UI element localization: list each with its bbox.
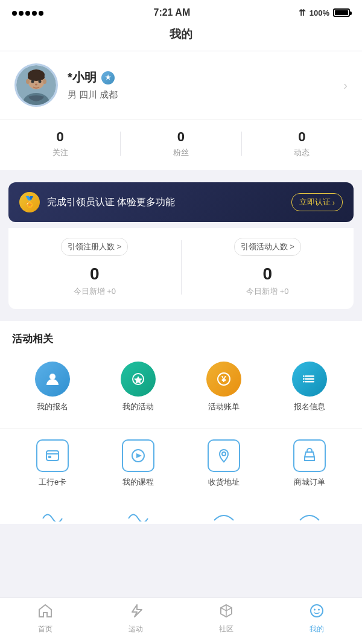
card-register-header[interactable]: 引领注册人数 > bbox=[61, 238, 128, 256]
svg-marker-25 bbox=[136, 453, 142, 458]
svg-point-4 bbox=[28, 74, 45, 81]
tab-home[interactable]: 首页 bbox=[0, 603, 91, 634]
cards-section: 引领注册人数 > 0 今日新增 +0 引领活动人数 > 0 今日新增 +0 bbox=[8, 228, 354, 309]
wave-icon-1 bbox=[42, 509, 63, 521]
profile-meta: 男 四川 成都 bbox=[68, 89, 343, 101]
status-time: 7:21 AM bbox=[153, 7, 190, 18]
status-bar: 7:21 AM ⇈ 100% bbox=[0, 0, 362, 22]
tab-bar-spacer bbox=[0, 524, 362, 572]
myactivity-label: 我的活动 bbox=[122, 401, 154, 412]
stats-row: 0 关注 0 粉丝 0 动态 bbox=[0, 119, 362, 170]
banner-text: 完成引领员认证 体验更多功能 bbox=[47, 196, 175, 209]
wave-item-1 bbox=[12, 509, 93, 521]
tab-bar: 首页 运动 社区 我的 bbox=[0, 598, 362, 644]
home-icon bbox=[37, 603, 53, 622]
ecard-label: 工行e卡 bbox=[39, 477, 66, 488]
bill-icon: ¥ bbox=[206, 362, 241, 397]
svg-point-29 bbox=[318, 609, 320, 611]
status-right: ⇈ 100% bbox=[299, 8, 350, 18]
page-title: 我的 bbox=[0, 22, 362, 51]
item-course[interactable]: 我的课程 bbox=[98, 435, 179, 493]
svg-rect-18 bbox=[303, 375, 305, 377]
svg-rect-16 bbox=[305, 378, 314, 380]
svg-point-27 bbox=[311, 605, 323, 617]
banner-left: 🏅 完成引领员认证 体验更多功能 bbox=[19, 192, 175, 212]
svg-text:¥: ¥ bbox=[221, 374, 226, 384]
svg-point-5 bbox=[26, 79, 30, 84]
card-activity-header[interactable]: 引领活动人数 > bbox=[234, 238, 301, 256]
svg-rect-19 bbox=[303, 378, 305, 380]
activity-item-bill[interactable]: ¥ 活动账单 bbox=[183, 357, 264, 417]
card-register-sub: 今日新增 +0 bbox=[18, 286, 171, 297]
verified-badge: ★ bbox=[101, 71, 115, 84]
smiley-icon bbox=[309, 603, 325, 622]
svg-rect-23 bbox=[48, 456, 51, 458]
ecard-icon bbox=[36, 439, 69, 472]
second-icon-grid: 工行e卡 我的课程 收货地址 bbox=[12, 435, 350, 497]
certification-banner[interactable]: 🏅 完成引领员认证 体验更多功能 立即认证 › bbox=[8, 182, 354, 222]
stat-dynamics[interactable]: 0 动态 bbox=[242, 129, 362, 158]
wave-item-2 bbox=[98, 509, 179, 521]
activity-item-info[interactable]: 报名信息 bbox=[269, 357, 350, 417]
activity-icon-grid: 我的报名 我的活动 ¥ 活动账单 bbox=[12, 357, 350, 422]
shop-label: 商城订单 bbox=[294, 477, 325, 488]
svg-point-28 bbox=[314, 609, 316, 611]
profile-arrow-icon[interactable]: › bbox=[343, 78, 348, 92]
svg-rect-15 bbox=[305, 375, 314, 377]
wifi-icon: ⇈ bbox=[299, 8, 306, 18]
tab-mine[interactable]: 我的 bbox=[272, 603, 362, 634]
address-icon bbox=[208, 439, 240, 472]
signup-icon bbox=[35, 362, 70, 397]
wave-row bbox=[0, 503, 362, 524]
shop-icon bbox=[293, 439, 326, 472]
battery-icon bbox=[333, 8, 350, 17]
activity-section: 活动相关 我的报名 我的活动 bbox=[0, 321, 362, 428]
avatar bbox=[14, 63, 58, 107]
svg-point-9 bbox=[35, 84, 37, 86]
svg-rect-17 bbox=[305, 381, 314, 383]
svg-point-26 bbox=[222, 452, 226, 456]
svg-rect-20 bbox=[303, 381, 305, 383]
activity-item-signup[interactable]: 我的报名 bbox=[12, 357, 93, 417]
wave-icon-2 bbox=[127, 509, 149, 521]
separator-1 bbox=[0, 170, 362, 176]
signal-dots bbox=[12, 8, 45, 18]
lightning-icon bbox=[128, 603, 144, 622]
tab-community[interactable]: 社区 bbox=[181, 603, 272, 634]
item-address[interactable]: 收货地址 bbox=[183, 435, 264, 493]
avatar-image bbox=[16, 65, 56, 105]
activity-item-myactivity[interactable]: 我的活动 bbox=[98, 357, 179, 417]
profile-section[interactable]: *小明 ★ 男 四川 成都 › bbox=[0, 51, 362, 119]
svg-point-8 bbox=[39, 80, 42, 83]
wave-item-3 bbox=[183, 509, 264, 521]
separator-2 bbox=[0, 309, 362, 315]
cube-icon bbox=[218, 603, 234, 622]
card-activity[interactable]: 引领活动人数 > 0 今日新增 +0 bbox=[191, 238, 345, 297]
wave-icon-3 bbox=[213, 509, 235, 521]
stat-follows[interactable]: 0 关注 bbox=[0, 129, 120, 158]
tab-sports[interactable]: 运动 bbox=[91, 603, 181, 634]
medal-icon: 🏅 bbox=[19, 192, 40, 212]
card-register[interactable]: 引领注册人数 > 0 今日新增 +0 bbox=[18, 238, 171, 297]
svg-point-10 bbox=[49, 374, 56, 380]
item-shop[interactable]: 商城订单 bbox=[269, 435, 350, 493]
svg-marker-12 bbox=[134, 376, 142, 384]
stat-fans[interactable]: 0 粉丝 bbox=[121, 129, 241, 158]
wave-item-4 bbox=[269, 509, 350, 521]
certify-button[interactable]: 立即认证 › bbox=[291, 193, 343, 211]
card-divider bbox=[181, 240, 182, 295]
svg-point-7 bbox=[31, 80, 34, 83]
card-activity-sub: 今日新增 +0 bbox=[191, 286, 345, 297]
wave-icon-4 bbox=[299, 509, 320, 521]
svg-point-6 bbox=[43, 79, 46, 84]
course-label: 我的课程 bbox=[122, 477, 154, 488]
signup-label: 我的报名 bbox=[37, 401, 68, 412]
battery-percent: 100% bbox=[310, 8, 329, 18]
second-row-section: 工行e卡 我的课程 收货地址 bbox=[0, 428, 362, 503]
item-ecard[interactable]: 工行e卡 bbox=[12, 435, 93, 493]
svg-rect-21 bbox=[46, 451, 59, 461]
myactivity-icon bbox=[121, 362, 156, 397]
bill-label: 活动账单 bbox=[208, 401, 240, 412]
address-label: 收货地址 bbox=[208, 477, 240, 488]
course-icon bbox=[122, 439, 154, 472]
